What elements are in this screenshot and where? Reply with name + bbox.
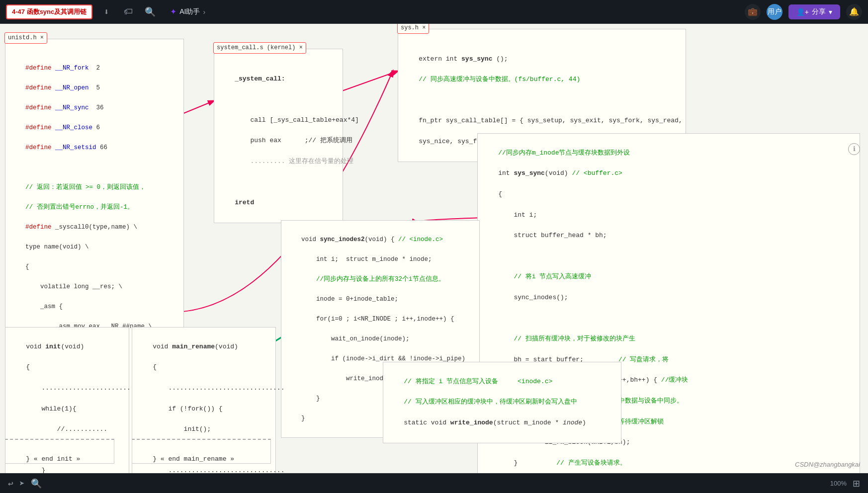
ai-label: AI助手 (179, 7, 200, 16)
cursor-icon: ➤ (19, 478, 25, 489)
bottom-right: 100% ⊞ (830, 478, 860, 489)
active-tab[interactable]: 4-47 函数sync及其调用链 (6, 4, 92, 19)
tag-button[interactable]: 🏷 (120, 4, 136, 20)
user-plus-icon: 👤+ (796, 8, 809, 16)
undo-button[interactable]: ↩ (8, 478, 13, 489)
chevron-right-icon: › (203, 8, 206, 16)
toolbar-right: 💼 用户 👤+ 分享 ▾ 🔔 (745, 4, 862, 20)
end-mainrename-box: } « end main_rename » (132, 439, 271, 464)
grid-button[interactable]: ⊞ (853, 478, 860, 489)
sysh-tag[interactable]: sys.h × (397, 24, 429, 34)
syscall-tag[interactable]: system_call.s (kernel) × (213, 42, 306, 54)
bottom-left: ↩ ➤ 🔍 (8, 478, 42, 489)
info-icon[interactable]: ℹ (848, 143, 860, 155)
ai-icon: ✦ (170, 7, 176, 16)
init-box: void init(void) { ......................… (5, 327, 129, 493)
chevron-down-icon: ▾ (829, 8, 832, 16)
canvas: unistd.h × #define __NR_fork 2 #define _… (0, 24, 868, 493)
syscall-box: system_call.s (kernel) × _system_call: c… (214, 49, 343, 223)
unistd-tag[interactable]: unistd.h × (4, 32, 47, 44)
writeinode-box: // 将指定 i 节点信息写入设备 <inode.c> // 写入缓冲区相应的缓… (383, 362, 621, 443)
download-button[interactable]: ⬇ (98, 4, 114, 20)
share-button[interactable]: 👤+ 分享 ▾ (788, 4, 840, 19)
zoom-level: 100% (830, 480, 847, 487)
watermark: CSDN@zhangbangkai (795, 461, 860, 468)
share-label: 分享 (812, 7, 826, 16)
bell-button[interactable]: 🔔 (846, 4, 862, 20)
search-button[interactable]: 🔍 (142, 4, 158, 20)
bottom-bar: ↩ ➤ 🔍 100% ⊞ (0, 473, 868, 493)
toolbar: 4-47 函数sync及其调用链 ⬇ 🏷 🔍 ✦ AI助手 › 💼 用户 👤+ … (0, 0, 868, 24)
briefcase-button[interactable]: 💼 (745, 4, 761, 20)
end-init-box: } « end init » (5, 439, 114, 464)
user-avatar[interactable]: 用户 (767, 4, 782, 20)
ai-assistant-button[interactable]: ✦ AI助手 › (164, 5, 211, 18)
mainrename-box: void main_rename(void) { ...............… (132, 327, 276, 493)
zoom-in-button[interactable]: 🔍 (31, 478, 42, 489)
